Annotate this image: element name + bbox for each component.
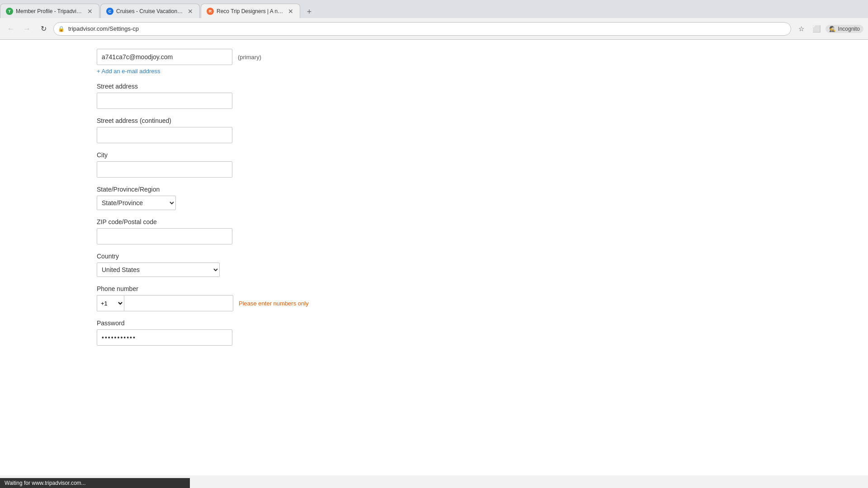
password-input[interactable]	[97, 329, 232, 346]
page-content: (primary) + Add an e-mail address Street…	[0, 40, 868, 475]
tab-title-cruises: Cruises - Cruise Vacations: 2023	[116, 8, 184, 14]
street-address-continued-row: Street address (continued)	[97, 117, 362, 143]
addressbar-row: ← → ↻ 🔒 ☆ ⬜ 🕵 Incognito	[0, 18, 868, 40]
phone-label: Phone number	[97, 285, 362, 292]
country-row: Country United States Canada United King…	[97, 253, 362, 277]
phone-code-select[interactable]: +1 +44 +61 +49	[97, 295, 124, 311]
tab-close-cruises[interactable]: ✕	[187, 8, 194, 15]
form-area: (primary) + Add an e-mail address Street…	[0, 40, 362, 363]
incognito-label: Incognito	[838, 26, 860, 32]
bookmark-button[interactable]: ☆	[795, 23, 807, 35]
toolbar-icons: ☆ ⬜ 🕵 Incognito	[795, 23, 863, 35]
phone-row: Phone number +1 +44 +61 +49 Please enter…	[97, 285, 362, 311]
city-input[interactable]	[97, 161, 232, 178]
country-select[interactable]: United States Canada United Kingdom Aust…	[97, 263, 220, 277]
zip-input[interactable]	[97, 228, 232, 244]
phone-input[interactable]	[124, 295, 233, 311]
tab-close-reco[interactable]: ✕	[287, 8, 294, 15]
city-row: City	[97, 151, 362, 178]
primary-label: (primary)	[238, 54, 261, 61]
tab-reco[interactable]: R Reco Trip Designers | A new kind... ✕	[201, 4, 300, 18]
email-input[interactable]	[97, 49, 232, 65]
street-address-row: Street address	[97, 83, 362, 109]
back-button[interactable]: ←	[5, 23, 17, 35]
tab-member-profile[interactable]: T Member Profile - Tripadvisor ✕	[0, 4, 99, 18]
state-select[interactable]: State/Province Alabama Alaska Arizona Ca…	[97, 196, 176, 210]
tab-cruises[interactable]: C Cruises - Cruise Vacations: 2023 ✕	[100, 4, 200, 18]
zip-row: ZIP code/Postal code	[97, 218, 362, 244]
tab-favicon-cruises: C	[106, 8, 113, 15]
tab-bar: T Member Profile - Tripadvisor ✕ C Cruis…	[0, 0, 868, 18]
incognito-badge[interactable]: 🕵 Incognito	[826, 25, 863, 33]
browser-chrome: T Member Profile - Tripadvisor ✕ C Cruis…	[0, 0, 868, 40]
tab-title-member-profile: Member Profile - Tripadvisor	[16, 8, 84, 14]
password-row: Password	[97, 319, 362, 346]
zip-label: ZIP code/Postal code	[97, 218, 362, 225]
street-address-label: Street address	[97, 83, 362, 90]
forward-button[interactable]: →	[21, 23, 33, 35]
tab-favicon-ta: T	[6, 8, 13, 15]
password-label: Password	[97, 319, 362, 327]
extension-button[interactable]: ⬜	[810, 23, 823, 35]
country-label: Country	[97, 253, 362, 260]
reload-button[interactable]: ↻	[37, 23, 50, 35]
new-tab-button[interactable]: +	[303, 5, 316, 18]
tab-title-reco: Reco Trip Designers | A new kind...	[217, 8, 284, 14]
address-input[interactable]	[53, 22, 791, 36]
email-row: (primary) + Add an e-mail address	[97, 49, 362, 75]
incognito-icon: 🕵	[829, 26, 836, 32]
lock-icon: 🔒	[58, 26, 65, 32]
state-label: State/Province/Region	[97, 186, 362, 193]
city-label: City	[97, 151, 362, 159]
address-bar-container: 🔒	[53, 22, 791, 36]
add-email-link[interactable]: + Add an e-mail address	[97, 68, 362, 75]
tab-favicon-reco: R	[207, 8, 214, 15]
state-row: State/Province/Region State/Province Ala…	[97, 186, 362, 210]
phone-hint: Please enter numbers only	[239, 300, 309, 307]
street-address-continued-input[interactable]	[97, 127, 232, 143]
street-address-continued-label: Street address (continued)	[97, 117, 362, 124]
street-address-input[interactable]	[97, 93, 232, 109]
tab-close-member-profile[interactable]: ✕	[86, 8, 94, 15]
